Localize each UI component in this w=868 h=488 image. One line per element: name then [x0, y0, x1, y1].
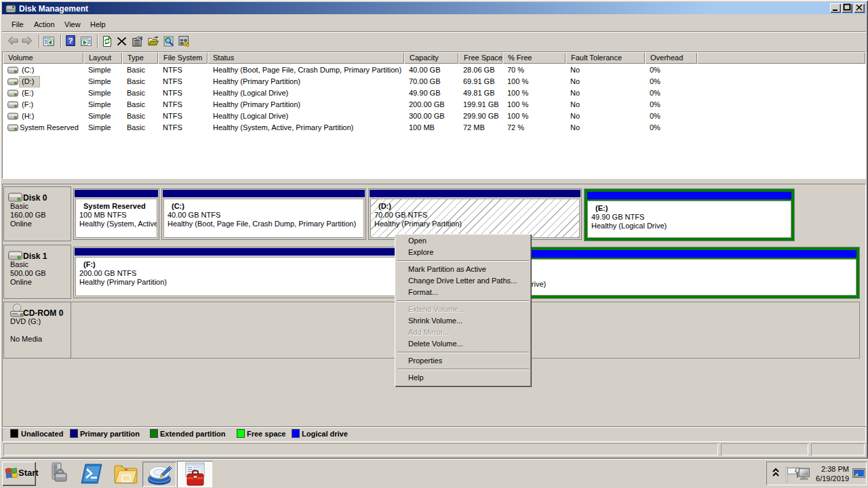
svg-text:?: ? [68, 37, 73, 45]
